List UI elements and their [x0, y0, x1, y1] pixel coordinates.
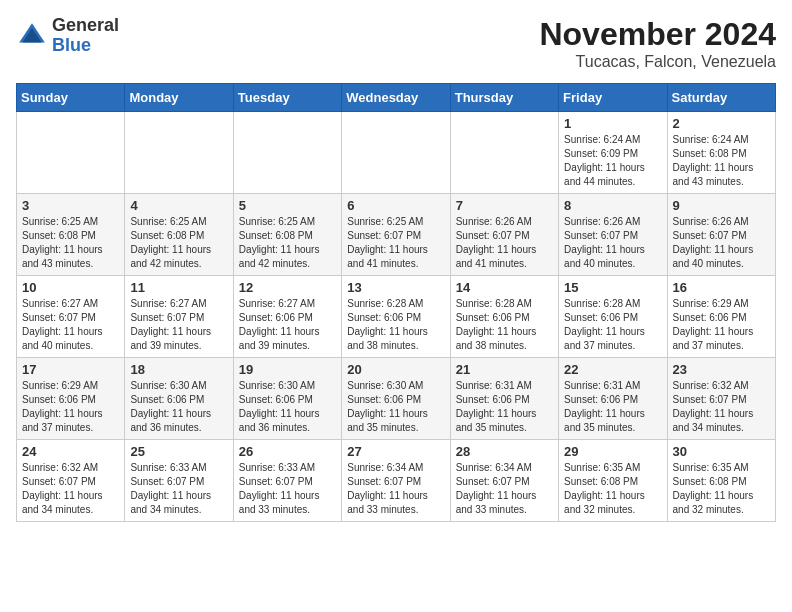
day-number: 30 [673, 444, 770, 459]
day-number: 2 [673, 116, 770, 131]
day-number: 8 [564, 198, 661, 213]
day-number: 13 [347, 280, 444, 295]
calendar-day-cell: 28Sunrise: 6:34 AM Sunset: 6:07 PM Dayli… [450, 440, 558, 522]
day-info: Sunrise: 6:29 AM Sunset: 6:06 PM Dayligh… [22, 379, 119, 435]
calendar-day-cell: 23Sunrise: 6:32 AM Sunset: 6:07 PM Dayli… [667, 358, 775, 440]
calendar-day-cell [17, 112, 125, 194]
calendar-day-cell: 27Sunrise: 6:34 AM Sunset: 6:07 PM Dayli… [342, 440, 450, 522]
day-info: Sunrise: 6:25 AM Sunset: 6:08 PM Dayligh… [239, 215, 336, 271]
calendar-day-cell [125, 112, 233, 194]
calendar-day-cell: 2Sunrise: 6:24 AM Sunset: 6:08 PM Daylig… [667, 112, 775, 194]
day-info: Sunrise: 6:35 AM Sunset: 6:08 PM Dayligh… [564, 461, 661, 517]
weekday-header-sunday: Sunday [17, 84, 125, 112]
day-number: 29 [564, 444, 661, 459]
day-number: 3 [22, 198, 119, 213]
day-number: 22 [564, 362, 661, 377]
calendar-day-cell: 21Sunrise: 6:31 AM Sunset: 6:06 PM Dayli… [450, 358, 558, 440]
calendar-week-row: 24Sunrise: 6:32 AM Sunset: 6:07 PM Dayli… [17, 440, 776, 522]
day-info: Sunrise: 6:28 AM Sunset: 6:06 PM Dayligh… [347, 297, 444, 353]
day-number: 18 [130, 362, 227, 377]
calendar-day-cell [233, 112, 341, 194]
day-info: Sunrise: 6:31 AM Sunset: 6:06 PM Dayligh… [456, 379, 553, 435]
calendar-day-cell: 15Sunrise: 6:28 AM Sunset: 6:06 PM Dayli… [559, 276, 667, 358]
day-number: 9 [673, 198, 770, 213]
calendar-day-cell: 4Sunrise: 6:25 AM Sunset: 6:08 PM Daylig… [125, 194, 233, 276]
calendar-day-cell: 3Sunrise: 6:25 AM Sunset: 6:08 PM Daylig… [17, 194, 125, 276]
day-info: Sunrise: 6:26 AM Sunset: 6:07 PM Dayligh… [456, 215, 553, 271]
calendar-title: November 2024 [539, 16, 776, 53]
day-number: 26 [239, 444, 336, 459]
calendar-day-cell: 17Sunrise: 6:29 AM Sunset: 6:06 PM Dayli… [17, 358, 125, 440]
calendar-day-cell: 8Sunrise: 6:26 AM Sunset: 6:07 PM Daylig… [559, 194, 667, 276]
calendar-day-cell: 5Sunrise: 6:25 AM Sunset: 6:08 PM Daylig… [233, 194, 341, 276]
calendar-day-cell: 12Sunrise: 6:27 AM Sunset: 6:06 PM Dayli… [233, 276, 341, 358]
calendar-day-cell: 30Sunrise: 6:35 AM Sunset: 6:08 PM Dayli… [667, 440, 775, 522]
calendar-day-cell: 13Sunrise: 6:28 AM Sunset: 6:06 PM Dayli… [342, 276, 450, 358]
day-info: Sunrise: 6:33 AM Sunset: 6:07 PM Dayligh… [239, 461, 336, 517]
weekday-header-row: SundayMondayTuesdayWednesdayThursdayFrid… [17, 84, 776, 112]
logo: General Blue [16, 16, 119, 56]
page-header: General Blue November 2024 Tucacas, Falc… [16, 16, 776, 71]
day-number: 5 [239, 198, 336, 213]
day-info: Sunrise: 6:29 AM Sunset: 6:06 PM Dayligh… [673, 297, 770, 353]
day-number: 14 [456, 280, 553, 295]
day-info: Sunrise: 6:32 AM Sunset: 6:07 PM Dayligh… [22, 461, 119, 517]
day-info: Sunrise: 6:34 AM Sunset: 6:07 PM Dayligh… [347, 461, 444, 517]
weekday-header-tuesday: Tuesday [233, 84, 341, 112]
calendar-day-cell: 11Sunrise: 6:27 AM Sunset: 6:07 PM Dayli… [125, 276, 233, 358]
calendar-day-cell: 26Sunrise: 6:33 AM Sunset: 6:07 PM Dayli… [233, 440, 341, 522]
day-info: Sunrise: 6:25 AM Sunset: 6:08 PM Dayligh… [22, 215, 119, 271]
day-number: 23 [673, 362, 770, 377]
logo-general: General [52, 15, 119, 35]
day-number: 16 [673, 280, 770, 295]
calendar-day-cell: 22Sunrise: 6:31 AM Sunset: 6:06 PM Dayli… [559, 358, 667, 440]
day-number: 24 [22, 444, 119, 459]
day-info: Sunrise: 6:28 AM Sunset: 6:06 PM Dayligh… [456, 297, 553, 353]
title-block: November 2024 Tucacas, Falcon, Venezuela [539, 16, 776, 71]
weekday-header-wednesday: Wednesday [342, 84, 450, 112]
calendar-day-cell: 19Sunrise: 6:30 AM Sunset: 6:06 PM Dayli… [233, 358, 341, 440]
calendar-day-cell: 25Sunrise: 6:33 AM Sunset: 6:07 PM Dayli… [125, 440, 233, 522]
day-info: Sunrise: 6:31 AM Sunset: 6:06 PM Dayligh… [564, 379, 661, 435]
day-info: Sunrise: 6:26 AM Sunset: 6:07 PM Dayligh… [673, 215, 770, 271]
day-info: Sunrise: 6:30 AM Sunset: 6:06 PM Dayligh… [347, 379, 444, 435]
calendar-day-cell [342, 112, 450, 194]
day-number: 1 [564, 116, 661, 131]
day-number: 28 [456, 444, 553, 459]
day-info: Sunrise: 6:28 AM Sunset: 6:06 PM Dayligh… [564, 297, 661, 353]
day-number: 20 [347, 362, 444, 377]
day-number: 7 [456, 198, 553, 213]
calendar-day-cell: 9Sunrise: 6:26 AM Sunset: 6:07 PM Daylig… [667, 194, 775, 276]
weekday-header-monday: Monday [125, 84, 233, 112]
day-info: Sunrise: 6:34 AM Sunset: 6:07 PM Dayligh… [456, 461, 553, 517]
logo-blue: Blue [52, 35, 91, 55]
logo-icon [16, 20, 48, 52]
calendar-day-cell: 16Sunrise: 6:29 AM Sunset: 6:06 PM Dayli… [667, 276, 775, 358]
calendar-day-cell: 6Sunrise: 6:25 AM Sunset: 6:07 PM Daylig… [342, 194, 450, 276]
day-number: 15 [564, 280, 661, 295]
day-info: Sunrise: 6:32 AM Sunset: 6:07 PM Dayligh… [673, 379, 770, 435]
calendar-week-row: 1Sunrise: 6:24 AM Sunset: 6:09 PM Daylig… [17, 112, 776, 194]
calendar-subtitle: Tucacas, Falcon, Venezuela [539, 53, 776, 71]
calendar-table: SundayMondayTuesdayWednesdayThursdayFrid… [16, 83, 776, 522]
day-number: 27 [347, 444, 444, 459]
day-number: 4 [130, 198, 227, 213]
day-number: 10 [22, 280, 119, 295]
day-info: Sunrise: 6:24 AM Sunset: 6:08 PM Dayligh… [673, 133, 770, 189]
day-info: Sunrise: 6:35 AM Sunset: 6:08 PM Dayligh… [673, 461, 770, 517]
calendar-day-cell: 10Sunrise: 6:27 AM Sunset: 6:07 PM Dayli… [17, 276, 125, 358]
day-info: Sunrise: 6:26 AM Sunset: 6:07 PM Dayligh… [564, 215, 661, 271]
day-info: Sunrise: 6:25 AM Sunset: 6:07 PM Dayligh… [347, 215, 444, 271]
day-info: Sunrise: 6:30 AM Sunset: 6:06 PM Dayligh… [239, 379, 336, 435]
calendar-day-cell: 14Sunrise: 6:28 AM Sunset: 6:06 PM Dayli… [450, 276, 558, 358]
calendar-week-row: 17Sunrise: 6:29 AM Sunset: 6:06 PM Dayli… [17, 358, 776, 440]
day-info: Sunrise: 6:25 AM Sunset: 6:08 PM Dayligh… [130, 215, 227, 271]
calendar-day-cell: 29Sunrise: 6:35 AM Sunset: 6:08 PM Dayli… [559, 440, 667, 522]
day-info: Sunrise: 6:24 AM Sunset: 6:09 PM Dayligh… [564, 133, 661, 189]
calendar-day-cell: 24Sunrise: 6:32 AM Sunset: 6:07 PM Dayli… [17, 440, 125, 522]
calendar-day-cell: 18Sunrise: 6:30 AM Sunset: 6:06 PM Dayli… [125, 358, 233, 440]
calendar-week-row: 3Sunrise: 6:25 AM Sunset: 6:08 PM Daylig… [17, 194, 776, 276]
calendar-day-cell [450, 112, 558, 194]
calendar-day-cell: 7Sunrise: 6:26 AM Sunset: 6:07 PM Daylig… [450, 194, 558, 276]
day-number: 11 [130, 280, 227, 295]
